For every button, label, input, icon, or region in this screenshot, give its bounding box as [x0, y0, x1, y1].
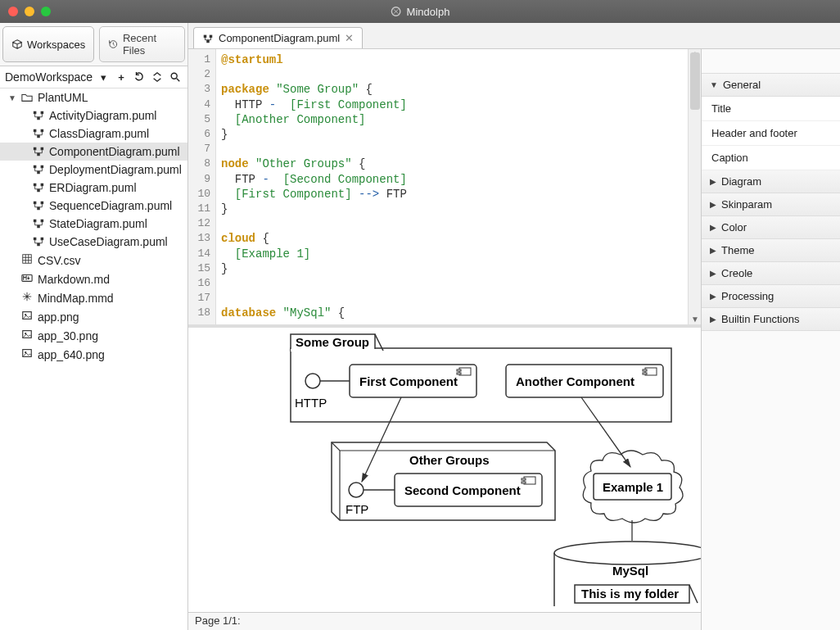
- svg-text:Some Group: Some Group: [296, 335, 369, 349]
- puml-file-icon: [33, 182, 44, 193]
- workspace-bar: DemoWorkspace ▾ +: [0, 66, 187, 88]
- add-icon[interactable]: +: [114, 70, 129, 84]
- editor-scrollbar[interactable]: ▲ ▼: [688, 49, 701, 324]
- code-content[interactable]: @startuml package "Some Group" { HTTP - …: [216, 49, 688, 324]
- svg-rect-24: [34, 238, 37, 241]
- svg-rect-22: [41, 220, 44, 223]
- svg-rect-18: [34, 202, 37, 205]
- svg-rect-25: [41, 238, 44, 241]
- svg-rect-52: [643, 369, 647, 371]
- svg-rect-14: [37, 171, 40, 174]
- svg-rect-60: [522, 478, 526, 480]
- svg-rect-12: [34, 165, 37, 169]
- svg-text:This is my folder: This is my folder: [581, 587, 679, 601]
- svg-text:Another Component: Another Component: [516, 374, 635, 388]
- img-icon: [21, 310, 33, 324]
- collapse-icon[interactable]: [150, 70, 165, 84]
- tree-file[interactable]: ComponentDiagram.puml: [0, 143, 187, 161]
- tree-file[interactable]: SequenceDiagram.puml: [0, 197, 187, 215]
- right-panel: ▼General TitleHeader and footerCaption ▶…: [701, 49, 840, 630]
- tree-file[interactable]: ERDiagram.puml: [0, 179, 187, 197]
- tree-file[interactable]: ActivityDiagram.puml: [0, 107, 187, 125]
- svg-rect-38: [206, 39, 210, 43]
- svg-rect-5: [37, 117, 40, 120]
- puml-file-icon: [33, 236, 44, 247]
- svg-rect-27: [23, 255, 32, 264]
- tree-file[interactable]: app_640.png: [0, 345, 187, 364]
- accordion-section[interactable]: ▶Creole: [702, 262, 840, 285]
- accordion-section[interactable]: ▶Builtin Functions: [702, 308, 840, 331]
- history-icon: [108, 39, 119, 50]
- tree-file[interactable]: Markdown.md: [0, 270, 187, 288]
- svg-rect-6: [34, 129, 37, 133]
- sidebar-option[interactable]: Title: [702, 97, 840, 121]
- svg-rect-37: [210, 34, 213, 38]
- svg-rect-7: [41, 129, 44, 133]
- accordion-section[interactable]: ▶Theme: [702, 239, 840, 262]
- close-tab-icon[interactable]: ✕: [345, 32, 354, 44]
- tree-folder-plantuml[interactable]: ▼ PlantUML: [0, 88, 187, 107]
- app-title: Mindolph: [391, 6, 450, 18]
- tree-file[interactable]: StateDiagram.puml: [0, 215, 187, 233]
- tree-file[interactable]: ClassDiagram.puml: [0, 125, 187, 143]
- folder-icon: [21, 92, 33, 103]
- title-bar: Mindolph: [0, 0, 840, 23]
- svg-rect-16: [41, 184, 44, 187]
- code-editor[interactable]: 1 2 3 4 5 6 7 8 9 10 11 12 13 14 15 16 1…: [188, 49, 701, 328]
- svg-rect-41: [291, 349, 376, 351]
- left-panel: Workspaces Recent Files DemoWorkspace ▾ …: [0, 23, 188, 630]
- workspace-name[interactable]: DemoWorkspace: [5, 70, 93, 84]
- svg-text:Second Component: Second Component: [404, 483, 521, 497]
- svg-text:Example 1: Example 1: [603, 480, 663, 494]
- page-indicator: Page 1/1:: [195, 614, 241, 627]
- tab-workspaces[interactable]: Workspaces: [2, 26, 94, 62]
- center-panel: ComponentDiagram.puml ✕ 1 2 3 4 5 6 7 8 …: [188, 23, 840, 630]
- editor-tab[interactable]: ComponentDiagram.puml ✕: [193, 27, 363, 48]
- svg-rect-47: [457, 369, 461, 371]
- sidebar-option[interactable]: Caption: [702, 146, 840, 170]
- svg-rect-8: [37, 135, 40, 138]
- svg-rect-20: [37, 207, 40, 211]
- refresh-icon[interactable]: [132, 70, 147, 84]
- cube-icon: [11, 39, 23, 50]
- window-controls: [8, 7, 51, 16]
- accordion-section[interactable]: ▶Skinparam: [702, 193, 840, 216]
- svg-rect-15: [34, 184, 37, 187]
- package-some-group: Some Group HTTP First Component Another …: [291, 334, 671, 422]
- accordion-section[interactable]: ▶Color: [702, 216, 840, 239]
- tree-file[interactable]: MindMap.mmd: [0, 288, 187, 307]
- tree-file[interactable]: UseCaseDiagram.puml: [0, 233, 187, 251]
- svg-text:HTTP: HTTP: [295, 396, 327, 410]
- tree-file[interactable]: app_30.png: [0, 326, 187, 345]
- accordion-general[interactable]: ▼General: [702, 74, 840, 97]
- accordion-section[interactable]: ▶Diagram: [702, 170, 840, 193]
- puml-file-icon: [33, 164, 44, 175]
- svg-rect-19: [41, 202, 44, 205]
- search-icon[interactable]: [168, 70, 183, 84]
- maximize-window-icon[interactable]: [41, 7, 51, 16]
- cloud-example: Example 1: [583, 451, 683, 523]
- file-tree: ▼ PlantUML ActivityDiagram.pumlClassDiag…: [0, 88, 187, 630]
- tree-file[interactable]: app.png: [0, 307, 187, 326]
- svg-text:Other Groups: Other Groups: [409, 453, 490, 467]
- tree-file[interactable]: DeploymentDiagram.puml: [0, 161, 187, 179]
- line-gutter: 1 2 3 4 5 6 7 8 9 10 11 12 13 14 15 16 1…: [188, 49, 216, 324]
- img-icon: [21, 329, 33, 342]
- app-icon: [391, 6, 402, 17]
- img-icon: [21, 347, 33, 361]
- tree-file[interactable]: CSV.csv: [0, 251, 187, 270]
- svg-text:MySql: MySql: [612, 564, 648, 578]
- svg-rect-61: [522, 482, 526, 483]
- close-window-icon[interactable]: [8, 7, 18, 16]
- tab-recent-files[interactable]: Recent Files: [99, 26, 185, 62]
- workspace-dropdown-icon[interactable]: ▾: [96, 70, 111, 84]
- sidebar-option[interactable]: Header and footer: [702, 121, 840, 146]
- minimize-window-icon[interactable]: [25, 7, 34, 16]
- accordion-section[interactable]: ▶Processing: [702, 285, 840, 308]
- grid-icon: [21, 253, 33, 267]
- puml-file-icon: [33, 146, 44, 157]
- puml-file-icon: [33, 128, 44, 139]
- status-bar: Page 1/1:: [188, 612, 701, 630]
- diagram-preview[interactable]: Some Group HTTP First Component Another …: [188, 328, 701, 612]
- md-icon: [21, 272, 33, 286]
